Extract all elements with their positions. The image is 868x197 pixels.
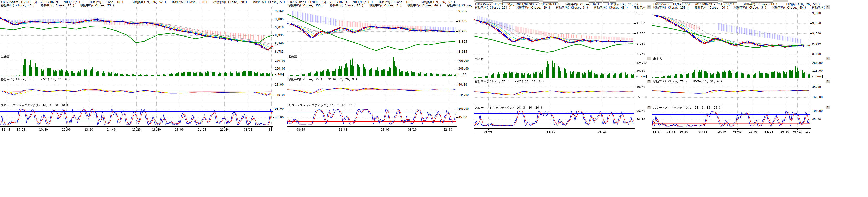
toolbar-dropdown-fragment[interactable] <box>502 0 539 3</box>
axis-tick <box>273 85 274 85</box>
dropdown-arrow-icon: ▼ <box>827 106 828 108</box>
dropdown-arrow-button[interactable]: ▼ <box>647 57 651 60</box>
volume-canvas[interactable] <box>287 54 456 77</box>
toolbar-dropdown-fragment[interactable] <box>476 0 493 3</box>
volume-section-title: 出来高 <box>653 57 662 61</box>
axis-label: 9,085 <box>275 18 283 21</box>
axis-label: 9,160 <box>275 9 283 13</box>
volume-section: 出来高 <box>0 54 273 77</box>
time-tick <box>737 129 738 130</box>
time-tick <box>156 127 157 128</box>
toolbar-button-fragment[interactable] <box>589 0 595 3</box>
axis-tick <box>273 19 274 20</box>
main-chart-section <box>652 9 810 56</box>
dropdown-arrow-button[interactable]: ▼ <box>826 5 830 9</box>
main-chart-canvas[interactable] <box>652 9 810 56</box>
toolbar-button-fragment[interactable] <box>543 0 558 3</box>
volume-canvas[interactable] <box>652 57 810 79</box>
time-label: 08/11 <box>793 130 802 133</box>
axis-label: 50.00 <box>637 69 645 72</box>
volume-multiplier-box: × 100 <box>274 73 283 76</box>
chart-panels-container: 日経225mini 11/09( 5分, 2011/08/09 - 2011/0… <box>0 0 868 197</box>
dropdown-arrow-button[interactable]: ▼ <box>647 79 651 83</box>
time-tick <box>385 127 385 128</box>
time-label: 08/09 <box>297 128 305 131</box>
panel-indicator-list: 移動平均( Close, 40 ) 移動平均( Close, 25 ) 移動平均… <box>1 4 286 7</box>
toolbar-button-fragment[interactable] <box>722 0 737 3</box>
panel-indicator-list: 移動平均( Close, 150 ) 移動平均( Close, 20 ) 移動平… <box>653 6 830 9</box>
dropdown-arrow-button[interactable]: ▼ <box>826 79 830 83</box>
time-tick <box>179 127 180 128</box>
volume-canvas[interactable] <box>474 57 634 79</box>
toolbar-button-fragment[interactable] <box>610 0 616 3</box>
dropdown-arrow-button[interactable]: ▼ <box>647 5 651 9</box>
stochastics-section: スロー・ストキャスティクス( 14, 3, 80, 20 ) <box>287 103 456 127</box>
main-chart-canvas[interactable] <box>474 9 634 56</box>
time-tick <box>551 129 551 130</box>
time-label: 16:00 <box>679 130 688 133</box>
axis-tick <box>634 13 636 13</box>
axis-label: 8,750 <box>637 52 645 56</box>
macd-section-title: 移動平均( Close, 75 ) MACD( 12, 26, 9 ) <box>475 79 544 84</box>
dropdown-arrow-button[interactable]: ▼ <box>647 105 651 109</box>
main-chart-section <box>287 7 456 54</box>
axis-tick <box>457 31 458 32</box>
dropdown-arrow-icon: ▼ <box>827 79 828 82</box>
stochastics-section-title: スロー・ストキャスティクス( 14, 3, 80, 20 ) <box>288 103 356 107</box>
axis-label: 115.00 <box>812 69 823 72</box>
axis-label: 40.00 <box>637 118 645 121</box>
time-tick <box>202 127 202 128</box>
time-label: 12:00 <box>62 128 70 131</box>
dropdown-arrow-button[interactable]: ▼ <box>826 57 830 60</box>
time-label: 08/10 <box>765 130 773 133</box>
time-label: 12:00 <box>339 128 347 131</box>
dropdown-arrow-icon: ▼ <box>648 57 650 59</box>
time-axis: 02:4009:2010:4012:0013:2014:4017:2018:40… <box>0 126 273 131</box>
axis-label: 100.00 <box>812 109 823 112</box>
macd-section-title: 移動平均( Close, 75 ) MACD( 12, 26, 9 ) <box>653 79 722 84</box>
axis-tick <box>273 35 274 36</box>
toolbar-dropdown-fragment[interactable] <box>655 0 673 3</box>
axis-tick <box>810 33 812 34</box>
toolbar-button-fragment[interactable] <box>596 0 602 3</box>
axis-label: 9,350 <box>637 22 645 25</box>
axis-label: 100.00 <box>458 107 469 110</box>
time-tick <box>21 127 21 128</box>
main-chart-section <box>0 7 273 54</box>
time-label: 16:00 <box>780 130 789 133</box>
axis-label: 8,800 <box>812 52 821 56</box>
volume-canvas[interactable] <box>0 54 273 77</box>
axis-tick <box>810 120 812 120</box>
chart-panel-3: 日経225mini 11/09( 30分, 2011/08/03 - 2011/… <box>474 2 652 133</box>
axis-label: -65.00 <box>812 95 823 99</box>
axis-label: 45.00 <box>458 116 467 119</box>
time-label: 16:00 <box>717 130 726 133</box>
axis-label: 9,800 <box>812 11 821 15</box>
macd-section: 移動平均( Close, 75 ) MACD( 12, 26, 9 ) <box>652 79 810 105</box>
toolbar-button-fragment[interactable] <box>603 0 609 3</box>
main-chart-canvas[interactable] <box>287 7 456 54</box>
toolbar-button-fragment[interactable] <box>751 0 773 3</box>
axis-tick <box>634 120 636 120</box>
axis-tick <box>810 44 812 44</box>
axis-label: 8,785 <box>275 50 283 53</box>
main-chart-canvas[interactable] <box>0 7 273 54</box>
time-axis: 08/0808/0908/10 <box>474 128 635 133</box>
time-tick <box>89 127 89 128</box>
time-tick <box>684 129 684 130</box>
volume-section: 出来高 <box>287 54 456 77</box>
axis-tick <box>457 109 458 109</box>
time-label: 10:40 <box>39 128 48 131</box>
dropdown-arrow-icon: ▼ <box>648 106 650 108</box>
dropdown-arrow-button[interactable]: ▼ <box>826 105 830 109</box>
time-axis: 08/0912:0020:0008/1012:00 <box>287 126 457 131</box>
toolbar-dropdown-fragment[interactable] <box>682 0 718 3</box>
axis-label: 8,860 <box>275 42 283 45</box>
axis-tick <box>457 61 458 61</box>
axis-label: 40.00 <box>458 83 467 86</box>
axis-label: 8,950 <box>637 42 645 45</box>
time-tick <box>769 129 769 130</box>
time-label: 14:40 <box>107 128 116 131</box>
axis-tick <box>273 52 274 52</box>
axis-label: -45.00 <box>458 93 469 97</box>
